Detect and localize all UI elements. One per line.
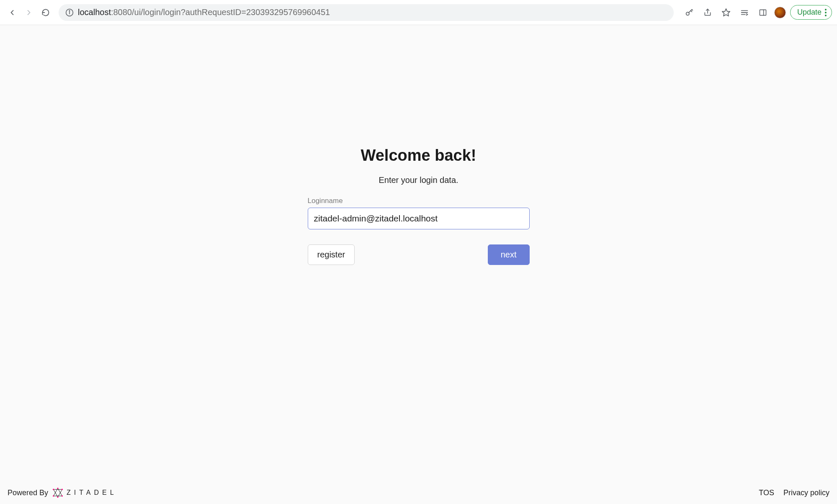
- footer: Powered By ZITADEL TOS Privacy policy: [0, 481, 837, 504]
- side-panel-icon[interactable]: [756, 5, 770, 20]
- zitadel-logo-icon: [52, 487, 63, 498]
- url-path: :8080/ui/login/login?authRequestID=23039…: [111, 8, 330, 17]
- reading-list-icon[interactable]: [737, 5, 752, 20]
- privacy-link[interactable]: Privacy policy: [783, 489, 829, 497]
- back-button[interactable]: [5, 5, 19, 20]
- zitadel-logo-text: ZITADEL: [67, 489, 117, 496]
- update-label: Update: [797, 8, 822, 17]
- toolbar-right: Update: [680, 5, 832, 20]
- powered-by-label: Powered By: [8, 489, 48, 497]
- svg-point-13: [57, 488, 58, 489]
- svg-marker-5: [722, 8, 730, 15]
- page-body: Welcome back! Enter your login data. Log…: [0, 25, 837, 504]
- next-button[interactable]: next: [488, 244, 530, 265]
- zitadel-logo[interactable]: ZITADEL: [52, 487, 117, 498]
- svg-point-15: [53, 495, 54, 496]
- register-button[interactable]: register: [308, 244, 355, 265]
- button-row: register next: [308, 244, 530, 265]
- update-button[interactable]: Update: [790, 5, 832, 20]
- loginname-label: Loginname: [308, 197, 530, 205]
- browser-toolbar: localhost:8080/ui/login/login?authReques…: [0, 0, 837, 25]
- share-icon[interactable]: [701, 5, 715, 20]
- url-text: localhost:8080/ui/login/login?authReques…: [78, 8, 667, 17]
- svg-point-14: [62, 495, 63, 496]
- bookmark-star-icon[interactable]: [719, 5, 733, 20]
- profile-avatar[interactable]: [774, 7, 786, 18]
- key-icon[interactable]: [682, 5, 696, 20]
- address-bar[interactable]: localhost:8080/ui/login/login?authReques…: [59, 4, 674, 21]
- footer-left: Powered By ZITADEL: [8, 487, 117, 498]
- svg-rect-9: [760, 10, 766, 15]
- page-subtitle: Enter your login data.: [379, 175, 458, 185]
- page-title: Welcome back!: [361, 147, 476, 165]
- footer-right: TOS Privacy policy: [759, 489, 829, 497]
- svg-point-2: [69, 10, 70, 11]
- loginname-field-block: Loginname: [308, 197, 530, 229]
- svg-point-18: [62, 489, 63, 490]
- reload-button[interactable]: [39, 5, 53, 20]
- svg-point-17: [53, 489, 54, 490]
- loginname-input[interactable]: [308, 208, 530, 229]
- forward-button[interactable]: [22, 5, 36, 20]
- kebab-menu-icon: [825, 9, 827, 16]
- site-info-icon[interactable]: [65, 8, 74, 17]
- svg-point-16: [57, 496, 58, 498]
- login-panel: Welcome back! Enter your login data. Log…: [0, 25, 837, 481]
- url-host: localhost: [78, 8, 111, 17]
- tos-link[interactable]: TOS: [759, 489, 774, 497]
